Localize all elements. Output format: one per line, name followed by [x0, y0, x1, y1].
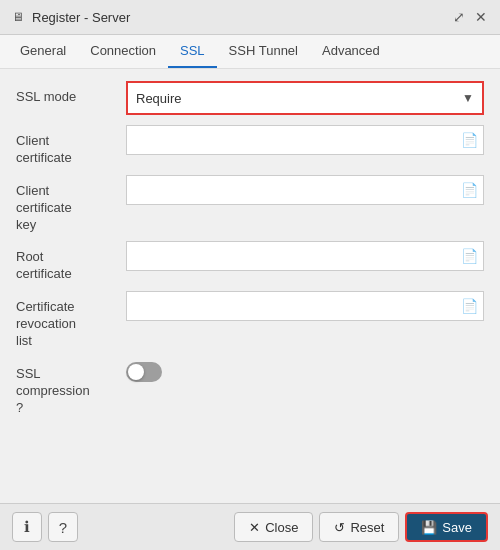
client-cert-row: Clientcertificate 📄	[16, 125, 484, 167]
x-icon: ✕	[249, 520, 260, 535]
client-cert-key-control: 📄	[126, 175, 484, 205]
footer-right-buttons: ✕ Close ↺ Reset 💾 Save	[234, 512, 488, 542]
title-bar: 🖥 Register - Server ⤢ ✕	[0, 0, 500, 35]
client-cert-key-row: Clientcertificatekey 📄	[16, 175, 484, 234]
window-controls: ⤢ ✕	[450, 8, 490, 26]
client-cert-key-input[interactable]	[126, 175, 484, 205]
help-button[interactable]: ?	[48, 512, 78, 542]
client-cert-label: Clientcertificate	[16, 125, 126, 167]
cert-revocation-row: Certificaterevocationlist 📄	[16, 291, 484, 350]
ssl-mode-select[interactable]: Require Allow Prefer Disable Verify-CA V…	[128, 83, 482, 113]
info-button[interactable]: ℹ	[12, 512, 42, 542]
tab-general[interactable]: General	[8, 35, 78, 68]
reset-button[interactable]: ↺ Reset	[319, 512, 399, 542]
reset-label: Reset	[350, 520, 384, 535]
tab-connection[interactable]: Connection	[78, 35, 168, 68]
save-icon: 💾	[421, 520, 437, 535]
cert-revocation-input[interactable]	[126, 291, 484, 321]
folder-icon-4[interactable]: 📄	[461, 298, 478, 314]
folder-icon-2[interactable]: 📄	[461, 182, 478, 198]
toggle-thumb	[128, 364, 144, 380]
cert-revocation-label: Certificaterevocationlist	[16, 291, 126, 350]
ssl-compression-toggle[interactable]	[126, 362, 162, 382]
reset-icon: ↺	[334, 520, 345, 535]
ssl-mode-row: SSL mode Require Allow Prefer Disable Ve…	[16, 81, 484, 117]
window-title: Register - Server	[32, 10, 130, 25]
main-content: SSL mode Require Allow Prefer Disable Ve…	[0, 69, 500, 503]
root-cert-label: Rootcertificate	[16, 241, 126, 283]
root-cert-row: Rootcertificate 📄	[16, 241, 484, 283]
ssl-mode-control: Require Allow Prefer Disable Verify-CA V…	[126, 81, 484, 115]
window-close-button[interactable]: ✕	[472, 8, 490, 26]
ssl-compression-label: SSLcompression?	[16, 358, 126, 417]
info-icon: ℹ	[24, 518, 30, 536]
ssl-mode-label: SSL mode	[16, 81, 126, 106]
root-cert-input[interactable]	[126, 241, 484, 271]
tab-ssl[interactable]: SSL	[168, 35, 217, 68]
toggle-track	[126, 362, 162, 382]
save-label: Save	[442, 520, 472, 535]
cert-revocation-control: 📄	[126, 291, 484, 321]
tab-bar: General Connection SSL SSH Tunnel Advanc…	[0, 35, 500, 69]
close-label: Close	[265, 520, 298, 535]
expand-button[interactable]: ⤢	[450, 8, 468, 26]
client-cert-input[interactable]	[126, 125, 484, 155]
tab-ssh-tunnel[interactable]: SSH Tunnel	[217, 35, 310, 68]
folder-icon-3[interactable]: 📄	[461, 248, 478, 264]
ssl-compression-row: SSLcompression?	[16, 358, 484, 417]
ssl-compression-toggle-wrap	[126, 358, 162, 382]
root-cert-control: 📄	[126, 241, 484, 271]
folder-icon[interactable]: 📄	[461, 132, 478, 148]
help-icon: ?	[59, 519, 67, 536]
tab-advanced[interactable]: Advanced	[310, 35, 392, 68]
footer: ℹ ? ✕ Close ↺ Reset 💾 Save	[0, 503, 500, 550]
server-icon: 🖥	[10, 9, 26, 25]
client-cert-key-label: Clientcertificatekey	[16, 175, 126, 234]
close-button[interactable]: ✕ Close	[234, 512, 313, 542]
save-button[interactable]: 💾 Save	[405, 512, 488, 542]
footer-left-buttons: ℹ ?	[12, 512, 78, 542]
client-cert-control: 📄	[126, 125, 484, 155]
